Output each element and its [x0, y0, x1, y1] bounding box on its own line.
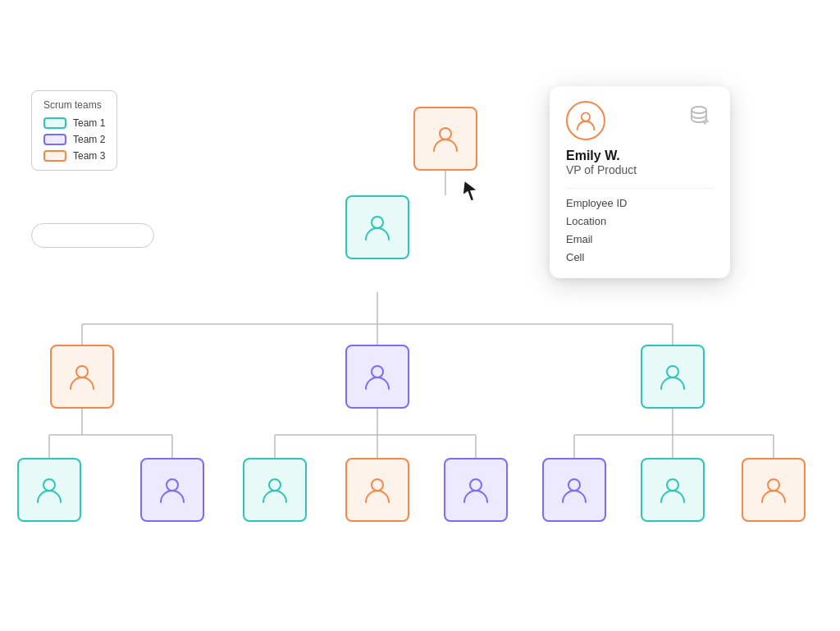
popup-card: Emily W. VP of Product Employee ID Locat…	[550, 86, 730, 278]
card-l3-4[interactable]	[345, 458, 409, 522]
popup-header	[566, 101, 714, 140]
card-l2-right[interactable]	[641, 345, 705, 409]
svg-point-32	[667, 479, 678, 491]
card-l3-7[interactable]	[641, 458, 705, 522]
popup-job-title: VP of Product	[566, 163, 714, 176]
svg-point-26	[43, 479, 55, 491]
svg-point-27	[167, 479, 178, 491]
card-l2-mid[interactable]	[345, 345, 409, 409]
svg-point-21	[440, 128, 451, 139]
card-l3-2[interactable]	[140, 458, 204, 522]
card-level1[interactable]	[345, 195, 409, 259]
popup-field-employee-id: Employee ID	[566, 197, 714, 209]
svg-point-22	[372, 217, 383, 228]
svg-point-23	[76, 366, 88, 377]
popup-field-cell: Cell	[566, 251, 714, 263]
svg-point-25	[667, 366, 678, 377]
popup-field-location: Location	[566, 215, 714, 227]
main-canvas: Scrum teams Team 1 Team 2 Team 3	[0, 0, 840, 631]
svg-point-33	[768, 479, 779, 491]
svg-point-30	[470, 479, 482, 491]
svg-point-29	[372, 479, 383, 491]
db-link-icon[interactable]	[684, 101, 714, 130]
card-l3-6[interactable]	[542, 458, 606, 522]
card-l3-5[interactable]	[444, 458, 508, 522]
svg-point-28	[269, 479, 281, 491]
svg-point-34	[582, 112, 590, 121]
popup-divider	[566, 188, 714, 189]
card-l3-3[interactable]	[243, 458, 307, 522]
popup-name: Emily W.	[566, 149, 714, 163]
card-root[interactable]	[413, 107, 477, 171]
popup-field-email: Email	[566, 233, 714, 245]
svg-point-24	[372, 366, 383, 377]
svg-point-31	[568, 479, 580, 491]
svg-point-35	[692, 107, 706, 113]
card-l2-left[interactable]	[50, 345, 114, 409]
popup-avatar	[566, 101, 605, 140]
card-l3-8[interactable]	[742, 458, 806, 522]
card-l3-1[interactable]	[17, 458, 81, 522]
